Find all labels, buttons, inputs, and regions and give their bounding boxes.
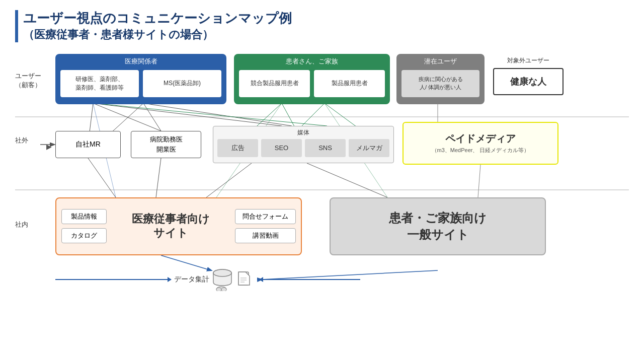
paid-media-title: ペイドメディア (445, 132, 516, 146)
hospital-label: 病院勤務医開業医 (150, 134, 183, 154)
excluded-group-box: 対象外ユーザー 健康な人 (493, 56, 564, 95)
paid-media-box: ペイドメディア （m3、MedPeer、 日経メディカル等） (403, 122, 558, 165)
media-item-sns: SNS (305, 139, 346, 157)
mr-box: 自社MR (55, 131, 121, 158)
medical-group-title: 医療関係者 (60, 57, 221, 66)
medical-group-box: 医療関係者 研修医、薬剤部、薬剤師、看護師等 MS(医薬品卸) (55, 54, 226, 104)
media-item-ad: 広告 (217, 139, 258, 157)
title-line2: （医療従事者・患者様サイトの場合） (23, 27, 629, 42)
medical-sub2: MS(医薬品卸) (143, 70, 221, 97)
patient-site-title: 患者・ご家族向け 一般サイト (389, 210, 487, 243)
user-row-label: ユーザー （顧客） (15, 72, 41, 90)
svg-line-9 (93, 103, 327, 126)
document-icon (237, 271, 252, 288)
diagram: ユーザー （顧客） 医療関係者 研修医、薬剤部、薬剤師、看護師等 MS(医薬品卸… (15, 51, 629, 333)
svg-line-6 (143, 103, 161, 131)
patient-group-inner: 競合製品服用患者 製品服用患者 (239, 70, 385, 97)
svg-line-8 (143, 103, 292, 126)
medical-sub1: 研修医、薬剤部、薬剤師、看護師等 (60, 70, 139, 97)
latent-group-box: 潜在ユーザ 疾病に関心がある人/ 体調が悪い人 (396, 54, 485, 104)
site-item-inquiry: 問合せフォーム (235, 209, 296, 224)
title-line1: ユーザー視点のコミュニケーションマップ例 (23, 10, 629, 27)
data-arrow-head (168, 277, 172, 282)
medical-group-inner: 研修医、薬剤部、薬剤師、看護師等 MS(医薬品卸) (60, 70, 221, 97)
svg-line-5 (93, 103, 161, 131)
patient-sub1: 競合製品服用患者 (239, 70, 310, 97)
sotogai-label: 社外 (15, 136, 28, 145)
site-item-lecture: 講習動画 (235, 228, 296, 243)
svg-point-29 (221, 288, 226, 291)
title-area: ユーザー視点のコミュニケーションマップ例 （医療従事者・患者様サイトの場合） (15, 10, 629, 42)
latent-sub1: 疾病に関心がある人/ 体調が悪い人 (401, 70, 479, 97)
media-title: 媒体 (217, 128, 389, 137)
svg-line-7 (93, 103, 282, 126)
data-label: データ集計 (174, 275, 209, 284)
patient-data-arrow-head (259, 277, 263, 282)
database-icon (212, 268, 232, 291)
site-right-items: 問合せフォーム 講習動画 (235, 209, 296, 243)
page: ユーザー視点のコミュニケーションマップ例 （医療従事者・患者様サイトの場合） (0, 0, 644, 347)
patient-site-box: 患者・ご家族向け 一般サイト (330, 197, 546, 255)
data-collection-row: データ集計 (55, 268, 360, 291)
mr-label: 自社MR (75, 140, 101, 149)
excluded-title: 対象外ユーザー (493, 56, 564, 65)
svg-line-16 (156, 158, 161, 197)
site-item-catalog: カタログ (61, 228, 107, 243)
site-left-items: 製品情報 カタログ (61, 209, 107, 243)
medical-site-group: 製品情報 カタログ 医療従事者向け サイト 問合せフォーム 講習動画 (55, 197, 302, 255)
media-item-mail: メルマガ (349, 139, 389, 157)
patient-sub2: 製品服用患者 (314, 70, 385, 97)
svg-line-19 (478, 165, 480, 197)
data-arrow-area: データ集計 (55, 268, 360, 291)
svg-point-28 (216, 288, 221, 291)
svg-point-26 (213, 269, 231, 276)
patient-group-box: 患者さん、ご家族 競合製品服用患者 製品服用患者 (234, 54, 390, 104)
data-arrow-line (55, 279, 171, 280)
svg-line-17 (206, 163, 252, 197)
patient-group-title: 患者さん、ご家族 (239, 57, 385, 66)
mr-arrow: ▶ (46, 143, 52, 151)
site-center-title: 医療従事者向け サイト (112, 212, 230, 241)
patient-data-arrow (260, 279, 360, 280)
media-item-seo: SEO (261, 139, 302, 157)
hospital-box: 病院勤務医開業医 (131, 131, 201, 158)
site-item-product: 製品情報 (61, 209, 107, 224)
svg-line-15 (88, 158, 116, 197)
latent-group-title: 潜在ユーザ (401, 57, 479, 66)
svg-line-18 (307, 163, 387, 197)
excluded-label: 健康な人 (493, 68, 564, 95)
shanai-label: 社内 (15, 220, 28, 229)
media-group: 媒体 広告 SEO SNS メルマガ (213, 126, 394, 163)
media-inner: 広告 SEO SNS メルマガ (217, 139, 389, 157)
paid-media-sub: （m3、MedPeer、 日経メディカル等） (432, 147, 530, 154)
